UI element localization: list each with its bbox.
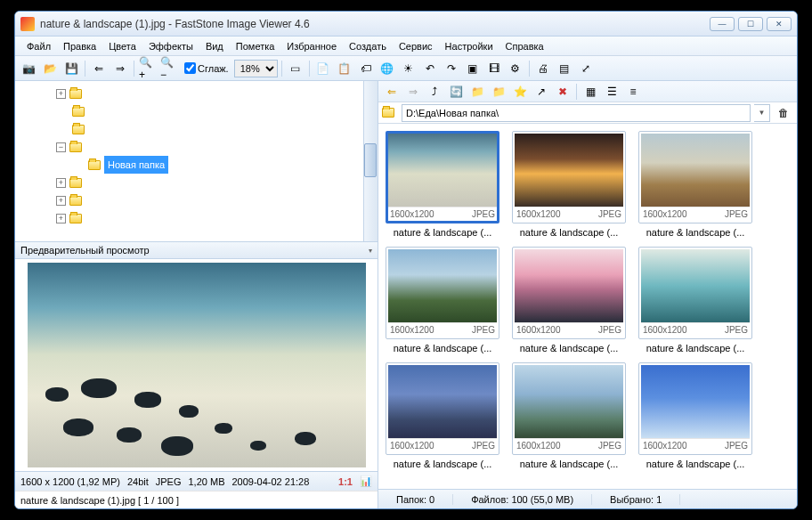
redo-icon[interactable]: ↷ [442,59,461,78]
smoothing-control[interactable]: Сглаж. [184,62,229,74]
title-bar[interactable]: nature & landscape (1).jpg - FastStone I… [15,12,797,37]
globe-icon[interactable]: 🌐 [378,59,397,78]
panel-toggle-icon[interactable]: ▤ [555,59,574,78]
tree-item-selected[interactable]: Новая папка [104,156,168,174]
view-details-icon[interactable]: ≡ [623,82,643,102]
color-icon[interactable]: ☀ [399,59,418,78]
close-button[interactable]: ✕ [767,17,792,31]
thumbnail-frame[interactable]: 1600x1200JPEG [638,247,752,339]
right-pane: ⇐ ⇒ ⤴ 🔄 📁 📁 ⭐ ↗ ✖ ▦ ☰ ≡ ▼ 🗑 1 [378,81,797,508]
folder-icon [72,125,85,134]
tree-expander[interactable]: + [56,214,66,223]
nav-back-icon[interactable]: ⇐ [382,82,402,102]
thumbnail-item[interactable]: 1600x1200JPEGnature & landscape (... [512,362,626,469]
thumbnail-item[interactable]: 1600x1200JPEGnature & landscape (... [638,131,752,238]
crop-icon[interactable]: ▣ [463,59,483,78]
zoom-out-icon[interactable]: 🔍− [159,59,179,78]
film-icon[interactable]: 🎞 [484,59,504,78]
status-files: Файлов: 100 (55,0 MB) [453,494,592,505]
thumbnail-image [641,249,750,322]
copy-icon[interactable]: 📄 [313,59,333,78]
nav-folder1-icon[interactable]: 📁 [467,82,487,102]
clipboard-icon[interactable]: 📋 [335,59,354,78]
thumbnail-image [641,365,750,438]
thumbnail-frame[interactable]: 1600x1200JPEG [512,247,626,339]
preview-collapse-icon[interactable]: ▾ [369,247,372,255]
menu-item[interactable]: Вид [199,39,230,53]
zoom-select[interactable]: 18% [234,60,278,77]
nav-delete-icon[interactable]: ✖ [553,82,572,102]
print-icon[interactable]: 🖨 [533,59,553,78]
save-icon[interactable]: 💾 [61,59,81,78]
nav-favorite-icon[interactable]: ⭐ [510,82,530,102]
selection-icon[interactable]: ▭ [286,59,305,78]
menu-item[interactable]: Избранное [280,39,343,53]
thumbnail-frame[interactable]: 1600x1200JPEG [512,131,626,223]
thumbnail-frame[interactable]: 1600x1200JPEG [386,362,499,455]
tree-scroll-thumb[interactable] [364,143,377,177]
preview-header: Предварительный просмотр ▾ [15,241,378,259]
nav-up-icon[interactable]: ⤴ [425,82,444,102]
menu-item[interactable]: Цвета [102,39,142,53]
toolbar-separator [576,84,577,100]
thumbnail-item[interactable]: 1600x1200JPEGnature & landscape (... [638,362,752,469]
nav-folder2-icon[interactable]: 📁 [489,82,508,102]
zoom-in-icon[interactable]: 🔍+ [138,59,158,78]
menu-item[interactable]: Настройки [439,39,499,53]
menu-item[interactable]: Справка [499,39,550,53]
view-thumbs-icon[interactable]: ▦ [581,82,600,102]
tree-expander[interactable]: − [56,142,66,152]
thumbnail-item[interactable]: 1600x1200JPEGnature & landscape (... [386,131,499,238]
thumbnail-item[interactable]: 1600x1200JPEGnature & landscape (... [512,247,626,353]
menu-item[interactable]: Пометка [230,39,281,53]
smoothing-checkbox[interactable] [184,62,196,74]
info-depth: 24bit [127,476,149,487]
thumbnail-area[interactable]: 1600x1200JPEGnature & landscape (...1600… [378,124,797,489]
thumbnail-item[interactable]: 1600x1200JPEGnature & landscape (... [512,131,626,238]
thumbnail-name: nature & landscape (... [638,343,752,353]
undo-icon[interactable]: ↶ [420,59,440,78]
menu-item[interactable]: Файл [20,39,57,53]
thumbnail-frame[interactable]: 1600x1200JPEG [386,131,499,223]
status-selected: Выбрано: 1 [592,494,680,505]
histogram-icon[interactable]: 📊 [360,475,372,487]
minimize-button[interactable]: — [710,17,735,31]
nav-forward-icon[interactable]: ⇒ [403,82,423,102]
thumbnail-frame[interactable]: 1600x1200JPEG [386,247,499,339]
ratio-icon[interactable]: 1:1 [338,476,353,487]
thumbnail-meta: 1600x1200JPEG [641,207,750,221]
menu-item[interactable]: Сервис [393,39,439,53]
trash-icon[interactable]: 🗑 [774,103,793,123]
prev-image-icon[interactable]: ⇐ [89,59,109,78]
settings-icon[interactable]: ⚙ [506,59,525,78]
tree-expander[interactable]: + [56,178,66,188]
path-dropdown-icon[interactable]: ▼ [754,104,770,122]
tree-scrollbar[interactable] [363,81,378,241]
acquire-icon[interactable]: 📷 [19,59,38,78]
thumb-type: JPEG [472,325,495,335]
nav-refresh-icon[interactable]: 🔄 [446,82,466,102]
view-list-icon[interactable]: ☰ [602,82,621,102]
preview-panel[interactable] [15,259,378,471]
thumbnail-frame[interactable]: 1600x1200JPEG [512,362,626,455]
thumbnail-item[interactable]: 1600x1200JPEGnature & landscape (... [638,247,752,353]
thumbnail-frame[interactable]: 1600x1200JPEG [638,131,752,223]
fullscreen-icon[interactable]: ⤢ [576,59,596,78]
menu-item[interactable]: Эффекты [142,39,199,53]
menu-item[interactable]: Правка [57,39,102,53]
folder-tree[interactable]: + − Новая папка + + + [15,81,378,241]
open-icon[interactable]: 📂 [40,59,60,78]
thumbnail-item[interactable]: 1600x1200JPEGnature & landscape (... [386,247,499,353]
next-image-icon[interactable]: ⇒ [110,59,130,78]
nav-export-icon[interactable]: ↗ [532,82,551,102]
thumbnail-frame[interactable]: 1600x1200JPEG [638,362,752,455]
maximize-button[interactable]: ☐ [738,17,763,31]
tree-expander[interactable]: + [56,89,66,99]
tag-icon[interactable]: 🏷 [356,59,376,78]
toolbar-separator [281,61,282,77]
path-input[interactable] [402,104,751,122]
tree-expander[interactable]: + [56,196,66,206]
thumbnail-item[interactable]: 1600x1200JPEGnature & landscape (... [386,362,499,469]
nav-toolbar: ⇐ ⇒ ⤴ 🔄 📁 📁 ⭐ ↗ ✖ ▦ ☰ ≡ [378,81,797,102]
menu-item[interactable]: Создать [343,39,393,53]
